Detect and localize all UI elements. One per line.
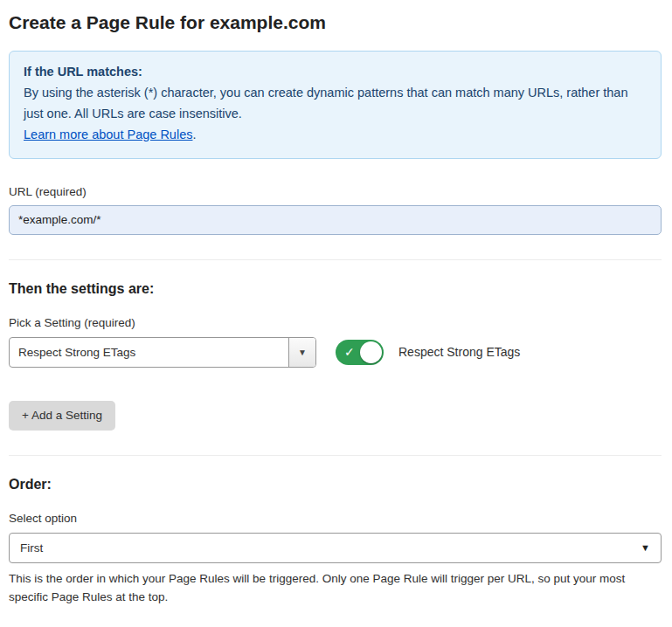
chevron-down-icon: ▼ bbox=[641, 542, 650, 553]
select-option-label: Select option bbox=[9, 512, 662, 525]
pick-setting-label: Pick a Setting (required) bbox=[9, 316, 662, 329]
url-field-label: URL (required) bbox=[9, 185, 662, 198]
url-match-info-box: If the URL matches: By using the asteris… bbox=[9, 51, 662, 159]
setting-row: Respect Strong ETags ▼ ✓ Respect Strong … bbox=[9, 337, 662, 368]
divider bbox=[9, 259, 662, 260]
settings-section-heading: Then the settings are: bbox=[9, 281, 662, 297]
info-box-heading: If the URL matches: bbox=[24, 62, 647, 83]
order-select[interactable]: First ▼ bbox=[9, 533, 662, 563]
divider bbox=[9, 455, 662, 456]
info-box-body: By using the asterisk (*) character, you… bbox=[24, 83, 647, 125]
page-rule-form: Create a Page Rule for example.com If th… bbox=[0, 0, 672, 627]
url-input[interactable] bbox=[9, 205, 662, 235]
toggle-knob bbox=[360, 341, 382, 363]
order-help-text: This is the order in which your Page Rul… bbox=[9, 569, 662, 607]
setting-dropdown-value: Respect Strong ETags bbox=[10, 338, 288, 367]
info-box-link-row: Learn more about Page Rules. bbox=[24, 125, 647, 146]
setting-dropdown-caret-button[interactable]: ▼ bbox=[288, 338, 315, 367]
respect-strong-etags-toggle[interactable]: ✓ bbox=[336, 340, 384, 365]
page-title: Create a Page Rule for example.com bbox=[9, 12, 662, 33]
check-icon: ✓ bbox=[344, 346, 355, 358]
order-select-value: First bbox=[20, 541, 641, 555]
setting-dropdown[interactable]: Respect Strong ETags ▼ bbox=[9, 337, 316, 368]
order-section-heading: Order: bbox=[9, 477, 662, 493]
link-suffix: . bbox=[192, 127, 196, 141]
toggle-label: Respect Strong ETags bbox=[398, 345, 520, 359]
chevron-down-icon: ▼ bbox=[298, 348, 307, 357]
add-setting-button[interactable]: + Add a Setting bbox=[9, 401, 115, 431]
learn-more-link[interactable]: Learn more about Page Rules bbox=[24, 127, 192, 141]
